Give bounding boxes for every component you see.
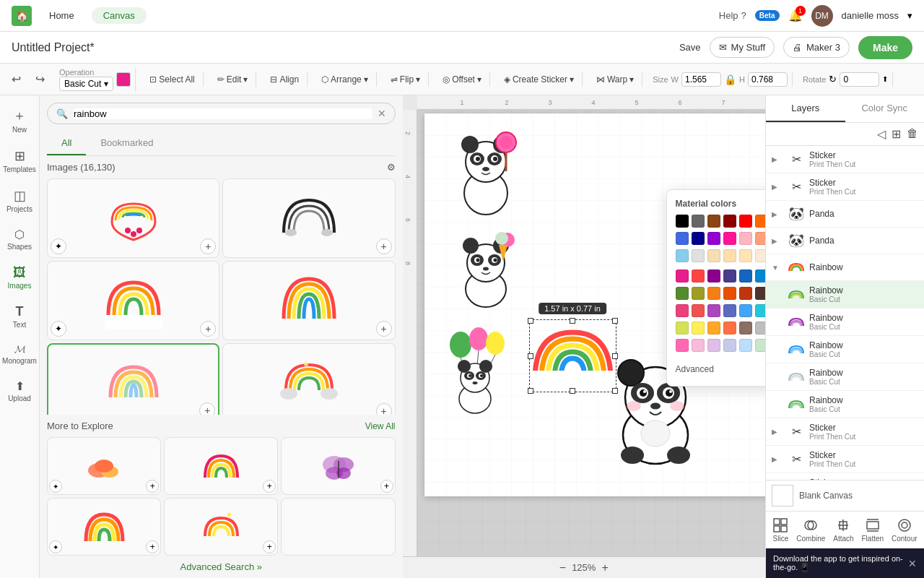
advanced-search-button[interactable]: Advanced Search »: [40, 556, 403, 578]
more-add-1[interactable]: +: [146, 480, 159, 493]
color-pink100[interactable]: [692, 339, 705, 352]
color-purple100[interactable]: [707, 339, 720, 352]
add-btn-6[interactable]: +: [376, 403, 392, 415]
color-lightgreen700[interactable]: [676, 287, 689, 300]
sidebar-item-projects[interactable]: ◫ Projects: [0, 182, 39, 219]
color-blue700[interactable]: [739, 269, 752, 282]
color-orange400[interactable]: [707, 322, 720, 335]
color-navajowhite[interactable]: [723, 249, 736, 262]
color-red[interactable]: [739, 215, 752, 228]
color-wheat[interactable]: [707, 249, 720, 262]
tab-canvas[interactable]: Canvas: [92, 7, 147, 24]
sidebar-item-templates[interactable]: ⊞ Templates: [0, 142, 39, 179]
color-deeppink[interactable]: [723, 232, 736, 245]
color-violet[interactable]: [707, 232, 720, 245]
color-green100[interactable]: [755, 339, 765, 352]
height-input[interactable]: [748, 72, 788, 87]
layer-panda2[interactable]: ▶ 🐼 Panda: [766, 228, 924, 254]
tab-layers[interactable]: Layers: [766, 95, 845, 122]
handle-bl[interactable]: [528, 388, 533, 394]
layer-sticker5[interactable]: ▶ ✂ Sticker Print Then Cut: [766, 473, 924, 480]
more-card-1[interactable]: ✦ +: [47, 437, 161, 495]
color-lime400[interactable]: [676, 322, 689, 335]
more-card-4[interactable]: ✦ +: [47, 498, 161, 556]
more-card-5[interactable]: +: [164, 498, 278, 556]
color-blue400[interactable]: [739, 304, 752, 317]
color-deeporange400[interactable]: [723, 322, 736, 335]
image-card-6[interactable]: +: [222, 343, 395, 415]
expand-icon-2[interactable]: ▶: [772, 183, 783, 191]
canvas-panda-lollipop[interactable]: [450, 124, 522, 218]
expand-icon-p1[interactable]: ▶: [772, 210, 783, 218]
color-black[interactable]: [676, 215, 689, 228]
color-indigo100[interactable]: [723, 339, 736, 352]
create-sticker-button[interactable]: ◈ Create Sticker ▾: [500, 72, 578, 87]
layer-sticker1[interactable]: ▶ ✂ Sticker Print Then Cut: [766, 146, 924, 173]
expand-icon-1[interactable]: ▶: [772, 155, 783, 163]
add-btn-3[interactable]: +: [200, 321, 216, 337]
layers-delete-button[interactable]: 🗑: [907, 127, 918, 141]
color-brown400[interactable]: [739, 322, 752, 335]
more-card-6[interactable]: [281, 498, 395, 556]
expand-icon-s4[interactable]: ▶: [772, 455, 783, 463]
more-add-3[interactable]: +: [380, 480, 393, 493]
image-card-5[interactable]: +: [47, 343, 219, 415]
layer-rainbow-bc4[interactable]: Rainbow Basic Cut: [766, 363, 924, 391]
help-button[interactable]: Help ?: [719, 10, 746, 21]
make-button[interactable]: Make: [858, 36, 912, 59]
color-lightgray[interactable]: [692, 249, 705, 262]
image-card-1[interactable]: ✦ +: [47, 178, 219, 258]
tab-all[interactable]: All: [47, 131, 86, 155]
flatten-button[interactable]: Flatten: [862, 517, 884, 543]
color-darkblue[interactable]: [692, 232, 705, 245]
color-royalblue[interactable]: [676, 232, 689, 245]
sidebar-item-monogram[interactable]: 𝓜 Monogram: [0, 337, 39, 371]
canvas-panda-icecream[interactable]: [450, 225, 522, 312]
contour-button[interactable]: Contour: [892, 517, 918, 543]
align-button[interactable]: ⊟ Align: [266, 72, 302, 87]
more-card-3[interactable]: +: [281, 437, 395, 495]
rotate-stepper-up[interactable]: ⬆: [882, 75, 888, 83]
layer-sticker4[interactable]: ▶ ✂ Sticker Print Then Cut: [766, 446, 924, 473]
sidebar-item-text[interactable]: T Text: [0, 298, 39, 335]
layer-rainbow-bc1[interactable]: Rainbow Basic Cut: [766, 281, 924, 309]
arrange-button[interactable]: ⬡ Arrange ▾: [318, 72, 372, 87]
user-dropdown-icon[interactable]: ▾: [907, 10, 912, 21]
more-add-4[interactable]: +: [146, 540, 159, 553]
undo-button[interactable]: ↩: [7, 69, 25, 89]
layer-rainbow-group[interactable]: ▼ Rainbow: [766, 254, 924, 281]
add-btn-5[interactable]: +: [199, 402, 215, 415]
color-brown800[interactable]: [755, 287, 765, 300]
color-skyblue[interactable]: [676, 249, 689, 262]
color-coral[interactable]: [692, 269, 705, 282]
redo-button[interactable]: ↪: [31, 69, 49, 89]
more-add-2[interactable]: +: [263, 480, 276, 493]
color-salmon[interactable]: [755, 232, 765, 245]
color-blue100[interactable]: [739, 339, 752, 352]
layer-panda1[interactable]: ▶ 🐼 Panda: [766, 201, 924, 228]
sidebar-item-new[interactable]: ＋ New: [0, 101, 39, 139]
more-star-1[interactable]: ✦: [49, 480, 62, 493]
sidebar-item-upload[interactable]: ⬆ Upload: [0, 374, 39, 408]
color-orange[interactable]: [755, 215, 765, 228]
notification-close-button[interactable]: ✕: [908, 558, 917, 569]
add-btn-1[interactable]: +: [200, 238, 216, 254]
layers-back-button[interactable]: ◁: [877, 127, 886, 141]
more-card-2[interactable]: +: [164, 437, 278, 495]
offset-button[interactable]: ◎ Offset ▾: [439, 72, 485, 87]
tab-home[interactable]: Home: [38, 7, 86, 24]
clear-search-button[interactable]: ✕: [378, 108, 386, 119]
add-btn-4[interactable]: +: [376, 321, 392, 337]
width-input[interactable]: [681, 72, 721, 87]
color-moccasin[interactable]: [739, 249, 752, 262]
color-hotpink[interactable]: [676, 269, 689, 282]
more-add-5[interactable]: +: [263, 540, 276, 553]
star-btn-3[interactable]: ✦: [51, 321, 66, 337]
image-card-3[interactable]: ✦ +: [47, 261, 219, 340]
handle-tl[interactable]: [528, 318, 533, 324]
zoom-in-button[interactable]: +: [601, 561, 608, 574]
color-gray400[interactable]: [755, 322, 765, 335]
layer-sticker2[interactable]: ▶ ✂ Sticker Print Then Cut: [766, 173, 924, 201]
sidebar-item-shapes[interactable]: ⬡ Shapes: [0, 222, 39, 256]
color-amber900[interactable]: [707, 287, 720, 300]
